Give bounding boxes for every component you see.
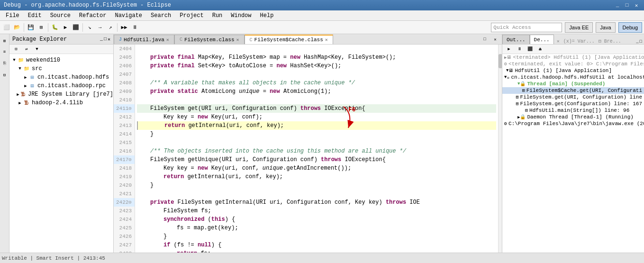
debug-panel-controls[interactable]: _ □ [634, 39, 644, 44]
debug-max[interactable]: □ [640, 39, 642, 44]
left-icon-4[interactable]: ⊟ [0, 70, 9, 80]
pe-maximize[interactable]: □ [104, 36, 107, 42]
pe-toolbar: ⊟ ⇌ ▼ [9, 45, 113, 54]
pe-title: Package Explorer [12, 36, 67, 43]
ln-2407: 2407 [114, 70, 135, 79]
debug-item-fs-get-uri[interactable]: ⊞ FileSystem.get(URI, Configuration) lin… [502, 94, 644, 100]
left-icon-1[interactable]: ⊞ [0, 36, 9, 45]
debug-resume-btn[interactable]: ▶ [504, 45, 514, 54]
debug-item-javaw[interactable]: ⚙ C:\Program Files\Java\jre7\bin\javaw.e… [502, 120, 644, 127]
tab-hdfsutil[interactable]: J HdfsUtil.java ✕ [114, 35, 174, 44]
menu-window[interactable]: Window [227, 11, 255, 20]
editor-close[interactable]: ✕ [490, 35, 500, 44]
arrow-rpc[interactable]: ▶ [23, 83, 28, 89]
menu-project[interactable]: Project [176, 11, 207, 20]
debug-tab-xvar-label: (x)= Var... [563, 39, 595, 44]
debug-item-terminated1[interactable]: ▶ 🖥 <terminated> HdfsUtil (1) [Java Appl… [502, 54, 644, 61]
debug-item-daemon[interactable]: ▶ 🔒 Daemon Thread [Thread-1] (Running) [502, 114, 644, 120]
arrow-src[interactable]: ▼ [17, 66, 23, 71]
editor-maximize[interactable]: □ [480, 35, 490, 44]
debug-item-fs-get-conf[interactable]: ⊞ FileSystem.get(Configuration) line: 16… [502, 100, 644, 107]
quick-access-input[interactable]: Quick Access [491, 23, 562, 32]
debug-tab-out[interactable]: Out... [502, 35, 530, 44]
code-line-2427: if (fs != null) { [137, 241, 496, 249]
arrow-weekend110[interactable]: ▼ [11, 58, 17, 63]
toolbar-open[interactable]: 📂 [12, 23, 22, 32]
title-controls[interactable]: _ □ ✕ [614, 2, 640, 9]
pe-close[interactable]: ✕ [108, 36, 110, 42]
menu-help[interactable]: Help [256, 11, 278, 20]
debug-tab-close-btn[interactable]: ✕ [555, 38, 562, 44]
minimize-btn[interactable]: _ [614, 2, 621, 9]
toolbar-resume[interactable]: ▶▶ [119, 23, 129, 32]
tab-cache[interactable]: C FileSystem$Cache.class ✕ [245, 35, 333, 44]
tree-item-jre[interactable]: ▶ 🗜 JRE System Library [jre7] [9, 90, 113, 99]
vertical-scrollbar[interactable] [498, 45, 502, 253]
tab-filesystem[interactable]: C FileSystem.class ✕ [174, 35, 245, 44]
debug-disconnect-btn[interactable]: ⏏ [535, 45, 545, 54]
toolbar-stop[interactable]: ⬛ [71, 23, 81, 32]
toolbar-debug[interactable]: 🐛 [50, 23, 60, 32]
arrow-hdfs[interactable]: ▶ [23, 75, 28, 80]
tab-hdfsutil-close[interactable]: ✕ [166, 37, 169, 43]
pe-minimize[interactable]: _ [100, 36, 103, 42]
code-line-2404 [137, 45, 496, 53]
menu-source[interactable]: Source [46, 11, 74, 20]
debug-tab-xvar[interactable]: (x)= Var... [562, 39, 597, 44]
pe-menu[interactable]: ▼ [32, 45, 42, 54]
debug-item-hdfsutil[interactable]: ▼ 🖥 HdfsUtil (1) [Java Application] [502, 67, 644, 74]
left-icon-2[interactable]: ≡ [0, 47, 9, 57]
status-text: Writable | Smart Insert | 2413:45 [2, 255, 105, 261]
pe-link[interactable]: ⇌ [22, 45, 31, 54]
ln-2410: 2410 [114, 96, 135, 104]
pe-tree: ▼ 📁 weekend110 ▼ 📁 src ▶ ⊞ cn.itcast.had… [9, 54, 113, 253]
debug-item-cache-get[interactable]: ⊞ FileSystem$Cache.get(URI, Configurati [502, 87, 644, 94]
perspective-debug[interactable]: Debug [618, 22, 642, 33]
toolbar-new[interactable]: ⬜ [2, 23, 11, 32]
perspective-java[interactable]: Java [596, 22, 615, 33]
label-src: src [32, 65, 42, 72]
toolbar-step-return[interactable]: ↗ [106, 23, 115, 32]
code-line-2421 [137, 190, 496, 198]
menu-edit[interactable]: Edit [24, 11, 45, 20]
toolbar-sep2 [48, 23, 48, 32]
ln-2417: 2417⊙ [114, 155, 135, 164]
menu-navigate[interactable]: Navigate [111, 11, 146, 20]
toolbar-save[interactable]: 💾 [26, 23, 36, 32]
perspective-javaee[interactable]: Java EE [565, 22, 593, 33]
close-btn[interactable]: ✕ [633, 2, 640, 9]
debug-item-main-thread[interactable]: ▼ 🔒 Thread [main] (Suspended) [502, 81, 644, 87]
debug-stop-btn[interactable]: ⬛ [525, 45, 535, 54]
menu-run[interactable]: Run [209, 11, 227, 20]
arrow-hadoop[interactable]: ▶ [17, 100, 23, 106]
pe-collapse[interactable]: ⊟ [11, 45, 21, 54]
debug-item-cnitcast[interactable]: ▼ ☕ cn.itcast.hadoop.hdfs.HdfsUtil at lo… [502, 74, 644, 81]
tree-item-src[interactable]: ▼ 📁 src [9, 64, 113, 73]
debug-min[interactable]: _ [636, 39, 638, 44]
debug-item-hdfsutil-main[interactable]: ⊞ HdfsUtil.main(String[]) line: 96 [502, 107, 644, 114]
tree-item-hdfs[interactable]: ▶ ⊞ cn.itcast.hadoop.hdfs [9, 73, 113, 82]
maximize-btn[interactable]: □ [623, 2, 631, 9]
code-content[interactable]: private final Map<Key, FileSystem> map =… [135, 45, 498, 253]
toolbar-suspend[interactable]: ⏸ [130, 23, 139, 32]
debug-icon-hdfsutil-main: ⊞ [525, 108, 528, 113]
toolbar-sep3 [82, 23, 83, 32]
toolbar-step-into[interactable]: ↘ [85, 23, 94, 32]
toolbar-save-all[interactable]: ⊞ [36, 23, 46, 32]
left-icon-3[interactable]: ⎘ [0, 59, 9, 68]
tree-item-weekend110[interactable]: ▼ 📁 weekend110 [9, 56, 113, 64]
toolbar-run[interactable]: ▶ [61, 23, 70, 32]
debug-item-terminated2[interactable]: ⚙ <terminated, exit value: 0> C:\Program… [502, 61, 644, 67]
tree-item-rpc[interactable]: ▶ ⊞ cn.itcast.hadoop.rpc [9, 82, 113, 90]
menu-file[interactable]: File [2, 11, 23, 20]
tree-item-hadoop[interactable]: ▶ 🗜 hadoop-2.4.1lib [9, 99, 113, 107]
tab-cache-close[interactable]: ✕ [325, 37, 328, 43]
menu-search[interactable]: Search [147, 11, 175, 20]
arrow-jre[interactable]: ▶ [16, 92, 20, 97]
tab-filesystem-close[interactable]: ✕ [236, 37, 239, 43]
debug-tab-bre[interactable]: ⊟ Bre... [597, 38, 623, 44]
debug-suspend-btn[interactable]: ⏸ [515, 45, 524, 54]
toolbar-step-over[interactable]: → [95, 23, 105, 32]
debug-tab-de[interactable]: De... [530, 35, 554, 44]
menu-refactor[interactable]: Refactor [75, 11, 110, 20]
